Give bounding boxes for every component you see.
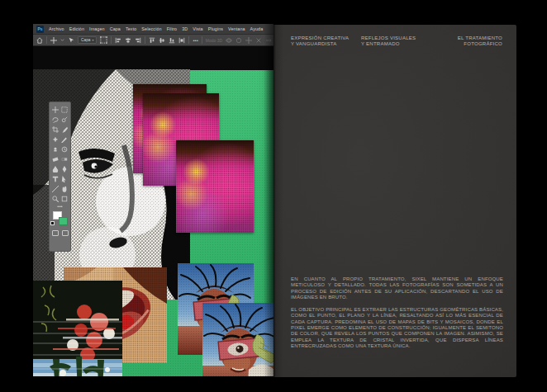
header-expresion-creativa: EXPRESIÓN CREATIVA Y VANGUARDISTA xyxy=(291,35,349,48)
divider xyxy=(188,36,189,44)
glitch-botanical-image xyxy=(33,281,122,376)
menu-texto[interactable]: Texto xyxy=(126,26,136,31)
menu-edicion[interactable]: Edición xyxy=(69,26,84,31)
align-bottom-icon[interactable] xyxy=(169,37,175,44)
photoshop-logo[interactable]: Ps xyxy=(36,26,44,33)
auto-select-icon[interactable] xyxy=(68,37,74,44)
paragraph-objetivo: EL OBJETIVO PRINCIPAL ES EXTRAER LAS EST… xyxy=(291,307,503,349)
quick-mask-icon[interactable] xyxy=(52,230,59,236)
healing-brush-tool-icon[interactable] xyxy=(51,135,60,144)
mode-3d-label: Modo 3D xyxy=(206,38,222,43)
toolbar-more-icon[interactable]: ••• xyxy=(57,205,62,209)
color-swatches[interactable] xyxy=(52,211,69,227)
transform-controls-icon[interactable] xyxy=(100,36,107,44)
menu-vista[interactable]: Vista xyxy=(193,26,202,31)
3d-pan-icon[interactable] xyxy=(245,37,252,44)
3d-orbit-icon[interactable] xyxy=(226,37,232,44)
chevron-down-icon: ▾ xyxy=(92,38,93,42)
distribute-icon[interactable] xyxy=(178,37,185,44)
move-tool-icon[interactable] xyxy=(51,105,60,115)
divider xyxy=(111,36,112,44)
hand-tool-icon[interactable] xyxy=(60,184,69,194)
menu-ventana[interactable]: Ventana xyxy=(228,26,245,31)
header-reflejos-visuales: REFLEJOS VISUALES Y ENTRAMADO xyxy=(361,35,416,48)
line-tool-icon[interactable] xyxy=(51,184,60,194)
align-top-icon[interactable] xyxy=(149,37,155,44)
3d-roll-icon[interactable] xyxy=(235,37,242,44)
menu-bar: Ps Archivo Edición Imagen Capa Texto Sel… xyxy=(33,24,274,35)
menu-filtro[interactable]: Filtro xyxy=(167,26,178,31)
history-brush-tool-icon[interactable] xyxy=(60,144,69,154)
eraser-tool-icon[interactable] xyxy=(51,154,60,164)
pen-tool-icon[interactable] xyxy=(60,164,69,174)
book-spread: Ps Archivo Edición Imagen Capa Texto Sel… xyxy=(0,0,547,392)
more-options-icon[interactable]: ••• xyxy=(193,38,197,43)
default-colors-icon[interactable] xyxy=(50,221,55,225)
shape-tool-icon[interactable] xyxy=(60,194,69,204)
type-tool-icon[interactable] xyxy=(51,174,60,184)
background-color-swatch[interactable] xyxy=(59,217,68,225)
divider xyxy=(145,36,145,44)
home-icon[interactable] xyxy=(36,37,43,44)
divider xyxy=(202,36,202,44)
paragraph-tratamiento: EN CUANTO AL PROPIO TRATAMIENTO, SIXEL M… xyxy=(291,276,503,300)
screen-mode-icon[interactable] xyxy=(62,230,69,236)
left-page-photoshop-window: Ps Archivo Edición Imagen Capa Texto Sel… xyxy=(33,24,274,376)
menu-capa[interactable]: Capa xyxy=(110,26,121,31)
align-left-icon[interactable] xyxy=(115,37,121,44)
blur-tool-icon[interactable] xyxy=(51,164,60,174)
header-el-tratamiento: EL TRATAMIENTO FOTOGRÁFICO xyxy=(458,35,502,48)
menu-plugins[interactable]: Plugins xyxy=(208,26,223,31)
move-tool-icon[interactable] xyxy=(50,37,57,44)
3d-slide-icon[interactable] xyxy=(255,37,262,44)
clone-stamp-tool-icon[interactable] xyxy=(51,144,60,154)
eyedropper-tool-icon[interactable] xyxy=(60,125,69,135)
pink-rose-image-3 xyxy=(176,140,254,233)
lasso-tool-icon[interactable] xyxy=(51,115,60,125)
path-select-tool-icon[interactable] xyxy=(60,174,69,184)
body-text: EN CUANTO AL PROPIO TRATAMIENTO, SIXEL M… xyxy=(291,276,503,349)
align-right-icon[interactable] xyxy=(135,37,141,44)
document-canvas[interactable]: ••• xyxy=(33,46,274,376)
menu-archivo[interactable]: Archivo xyxy=(49,26,64,31)
menu-ayuda[interactable]: Ayuda xyxy=(250,26,264,31)
tools-panel[interactable]: ••• xyxy=(49,102,71,252)
spider-lash-face-image-front xyxy=(202,299,274,376)
menu-imagen[interactable]: Imagen xyxy=(89,26,105,31)
quick-selection-tool-icon[interactable] xyxy=(60,115,69,125)
3d-scale-icon[interactable] xyxy=(265,37,272,44)
menu-3d[interactable]: 3D xyxy=(182,26,188,31)
crop-tool-icon[interactable] xyxy=(51,125,60,135)
right-page: EXPRESIÓN CREATIVA Y VANGUARDISTA REFLEJ… xyxy=(274,25,516,377)
divider xyxy=(46,36,47,44)
brush-tool-icon[interactable] xyxy=(60,135,69,144)
auto-select-target-dropdown[interactable]: Capa ▾ xyxy=(78,36,97,44)
align-center-icon[interactable] xyxy=(125,37,131,44)
tool-options-bar: Capa ▾ ••• Modo 3D xyxy=(33,35,274,46)
align-middle-icon[interactable] xyxy=(159,37,165,44)
menu-seleccion[interactable]: Selección xyxy=(141,26,161,31)
zoom-tool-icon[interactable] xyxy=(51,194,60,204)
chevron-down-icon[interactable] xyxy=(60,38,64,42)
marquee-tool-icon[interactable] xyxy=(60,105,69,115)
gradient-tool-icon[interactable] xyxy=(60,154,69,164)
